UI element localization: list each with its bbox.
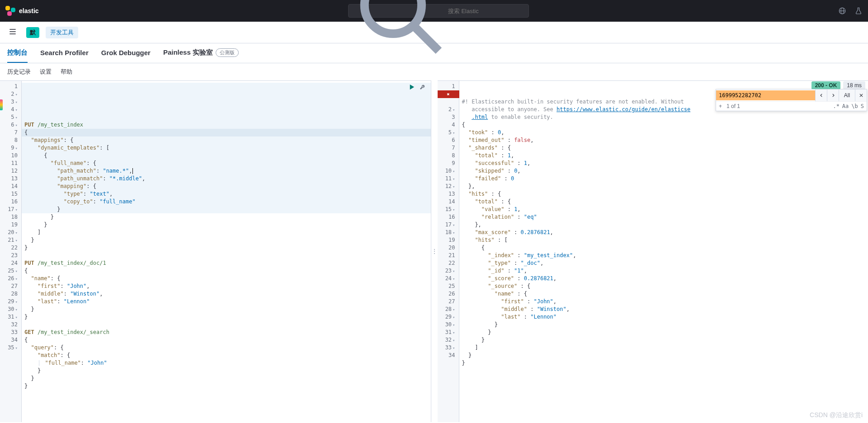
tab-painless-lab[interactable]: Painless 实验室 公测版	[163, 43, 239, 63]
request-actions	[408, 84, 426, 90]
history-link[interactable]: 历史记录	[7, 68, 31, 76]
main-split: 200 - OK 18 ms 1234567891011121314151617…	[0, 80, 868, 422]
pane-splitter[interactable]: ⋮	[431, 80, 438, 422]
find-overlay: All + 1 of 1 .* Aa \b S	[716, 89, 867, 111]
search-input[interactable]	[448, 8, 524, 14]
elastic-logo-icon	[5, 6, 15, 16]
tab-search-profiler[interactable]: Search Profiler	[40, 43, 89, 63]
deployment-badge[interactable]: 默	[26, 27, 39, 38]
response-status: 200 - OK 18 ms	[811, 81, 865, 89]
find-count: 1 of 1	[726, 103, 740, 109]
request-editor[interactable]: PUT /my_test_index{ "mappings": { "dynam…	[22, 81, 431, 422]
find-case-option[interactable]: Aa	[842, 103, 849, 109]
elastic-logo[interactable]: elastic	[5, 6, 39, 16]
find-next-button[interactable]	[827, 89, 839, 101]
hamburger-icon	[8, 27, 17, 36]
beta-badge: 公测版	[216, 48, 239, 57]
find-word-option[interactable]: \b	[851, 103, 858, 109]
find-prev-button[interactable]	[815, 89, 827, 101]
close-icon	[859, 93, 863, 98]
devtools-breadcrumb[interactable]: 开发工具	[46, 27, 78, 38]
settings-link[interactable]: 设置	[40, 68, 52, 76]
top-header: elastic	[0, 0, 868, 22]
chevron-left-icon	[819, 93, 824, 98]
chevron-right-icon	[831, 93, 835, 98]
find-replace-toggle[interactable]: +	[719, 103, 722, 109]
find-regex-option[interactable]: .*	[833, 103, 839, 109]
flask-icon[interactable]	[854, 7, 863, 15]
find-all-button[interactable]: All	[839, 89, 855, 101]
play-icon[interactable]	[408, 84, 415, 90]
request-pane: 1234567891011121314151617181920212223242…	[0, 80, 431, 422]
request-gutter: 1234567891011121314151617181920212223242…	[0, 81, 22, 422]
response-gutter: 1234567891011121314151617181920212223242…	[438, 81, 459, 422]
help-link[interactable]: 帮助	[61, 68, 72, 76]
find-selection-option[interactable]: S	[861, 103, 864, 109]
find-close-button[interactable]	[855, 89, 867, 101]
globe-icon[interactable]	[838, 7, 846, 15]
nav-toggle-button[interactable]	[5, 24, 20, 40]
response-pane: 1234567891011121314151617181920212223242…	[438, 80, 868, 422]
console-toolbar: 历史记录 设置 帮助	[0, 63, 868, 80]
tab-console[interactable]: 控制台	[7, 43, 28, 63]
wrench-icon[interactable]	[420, 84, 426, 90]
global-search[interactable]	[348, 4, 529, 18]
svg-line-1	[416, 28, 439, 51]
svg-point-0	[364, 0, 421, 34]
side-color-strip	[0, 99, 3, 110]
find-input[interactable]	[716, 90, 815, 100]
response-viewer[interactable]: #! Elasticsearch built-in security featu…	[459, 81, 868, 422]
brand-text: elastic	[19, 7, 39, 14]
search-icon	[353, 0, 444, 56]
status-time-badge: 18 ms	[843, 81, 865, 89]
status-code-badge: 200 - OK	[811, 81, 841, 89]
error-marker: ✖	[438, 90, 459, 98]
tab-painless-label: Painless 实验室	[163, 48, 213, 57]
watermark-text: CSDN @沿途欣赏i	[810, 411, 863, 419]
tab-grok-debugger[interactable]: Grok Debugger	[101, 43, 151, 63]
